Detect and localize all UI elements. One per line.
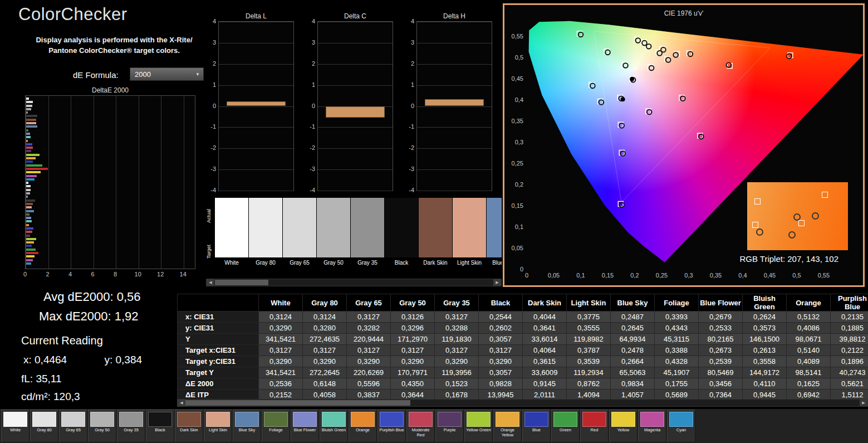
table-row: ΔE 20000,25360,61480,55960,43500,15230,9… xyxy=(178,378,868,390)
scroll-left-icon[interactable]: ◀ xyxy=(207,279,214,286)
description-line1: Display analysis is performed with the X… xyxy=(22,35,206,45)
table-row: x: CIE310,31240,31240,31270,31260,31270,… xyxy=(178,311,868,323)
table-cell: 0,1523 xyxy=(435,378,479,390)
table-cell: 0,3290 xyxy=(259,323,303,334)
swatch-label: Gray 50 xyxy=(317,257,350,270)
deltae-bar xyxy=(26,143,32,145)
patch-green[interactable]: Green xyxy=(551,410,580,442)
column-header: Dark Skin xyxy=(523,294,567,311)
delta-bar xyxy=(425,99,484,106)
inset-measured-marker xyxy=(793,213,801,221)
patch-label: Foliage xyxy=(262,427,290,433)
patch-purplish-blue[interactable]: Purplish Blue xyxy=(377,410,406,442)
gridline xyxy=(318,22,393,22)
patch-cyan[interactable]: Cyan xyxy=(667,410,695,442)
patch-purple[interactable]: Purple xyxy=(435,410,464,442)
patch-color xyxy=(148,412,172,427)
strip-swatch-black[interactable]: Black xyxy=(385,198,418,270)
de-formula-dropdown[interactable]: 2000 ▼ xyxy=(130,67,204,81)
patch-orange-yellow[interactable]: Orange Yellow xyxy=(493,410,522,442)
patch-color xyxy=(496,412,519,427)
deltae-bar xyxy=(26,203,33,205)
patch-color xyxy=(206,412,230,427)
strip-swatch-dark-skin[interactable]: Dark Skin xyxy=(419,198,452,270)
deltae-bar xyxy=(26,185,31,187)
strip-swatch-light-skin[interactable]: Light Skin xyxy=(453,198,486,270)
strip-swatch-blue-sky[interactable]: Blue Sky xyxy=(487,198,502,270)
table-cell: 0,3787 xyxy=(567,345,611,356)
scrollbar-thumb[interactable] xyxy=(185,400,410,406)
patch-light-skin[interactable]: Light Skin xyxy=(204,410,232,442)
deltae-bar xyxy=(26,245,32,247)
patch-blue-flower[interactable]: Blue Flower xyxy=(291,410,319,442)
table-cell: 0,3127 xyxy=(347,311,391,323)
table-cell: 0,2536 xyxy=(259,378,303,390)
patch-gray-65[interactable]: Gray 65 xyxy=(59,410,87,442)
table-cell: 0,4044 xyxy=(523,311,567,323)
patch-color xyxy=(380,412,404,427)
strip-swatch-gray-50[interactable]: Gray 50 xyxy=(317,198,350,270)
scrollbar-thumb[interactable] xyxy=(215,280,268,285)
strip-swatch-white[interactable]: White xyxy=(215,198,248,270)
deltae-bar xyxy=(26,199,35,202)
patch-red[interactable]: Red xyxy=(580,410,609,442)
column-header: Gray 80 xyxy=(303,294,347,311)
patch-blue[interactable]: Blue xyxy=(522,410,551,442)
patch-bluish-green[interactable]: Bluish Green xyxy=(320,410,348,442)
column-header: Blue Sky xyxy=(611,294,655,311)
table-cell: 45,1907 xyxy=(655,367,699,378)
gridline xyxy=(417,169,492,170)
table-row: Target y:CIE310,32900,32900,32900,32900,… xyxy=(178,356,868,367)
patch-moderate-red[interactable]: Moderate Red xyxy=(406,410,435,442)
table-cell: 0,3282 xyxy=(347,323,391,334)
patch-white[interactable]: White xyxy=(1,410,30,442)
swatch-strip-scrollbar[interactable]: ◀ ▶ xyxy=(206,279,502,286)
table-scrollbar[interactable]: ◀ ▶ xyxy=(177,399,868,407)
target-label: Target xyxy=(206,233,215,269)
x-tick-label: 0,4 xyxy=(738,272,747,279)
patch-label: Black xyxy=(146,427,174,433)
deltae-bar xyxy=(26,119,36,121)
patch-dark-skin[interactable]: Dark Skin xyxy=(175,410,203,442)
patch-color xyxy=(553,412,577,427)
delta-h-title: Delta H xyxy=(416,12,492,20)
gridline xyxy=(318,64,393,65)
deltae-bar xyxy=(26,136,31,138)
scroll-right-icon[interactable]: ▶ xyxy=(860,400,867,406)
patch-gray-80[interactable]: Gray 80 xyxy=(30,410,58,442)
deltae-bar xyxy=(26,252,38,254)
patch-color xyxy=(438,412,462,427)
patch-label: White xyxy=(2,427,29,433)
swatch-color xyxy=(317,198,350,257)
y-tick-label: -3 xyxy=(303,165,315,172)
table-cell: 0,4089 xyxy=(787,356,831,367)
patch-yellow[interactable]: Yellow xyxy=(609,410,637,442)
patch-black[interactable]: Black xyxy=(146,410,174,442)
swatch-color xyxy=(351,198,384,257)
patch-gray-50[interactable]: Gray 50 xyxy=(88,410,116,442)
scroll-left-icon[interactable]: ◀ xyxy=(178,400,185,406)
table-cell: 0,2152 xyxy=(259,390,303,400)
patch-foliage[interactable]: Foliage xyxy=(262,410,290,442)
strip-swatch-gray-80[interactable]: Gray 80 xyxy=(249,198,282,270)
table-cell: 341,5421 xyxy=(259,367,303,378)
y-tick-label: 1 xyxy=(204,81,216,88)
table-row: y: CIE310,32900,32800,32820,32960,32880,… xyxy=(178,323,868,334)
patch-blue-sky[interactable]: Blue Sky xyxy=(233,410,261,442)
table-cell: 0,3296 xyxy=(391,323,435,334)
column-header: Orange xyxy=(787,294,831,311)
patch-orange[interactable]: Orange xyxy=(349,410,377,442)
deltae-bar xyxy=(26,255,35,257)
scroll-right-icon[interactable]: ▶ xyxy=(493,279,501,286)
table-cell: 33,6009 xyxy=(523,367,567,378)
column-header: Foliage xyxy=(655,294,699,311)
current-cdm2: cd/m²: 120,3 xyxy=(21,391,80,403)
column-header: Light Skin xyxy=(567,294,611,311)
table-cell: 0,3124 xyxy=(259,311,303,323)
strip-swatch-gray-35[interactable]: Gray 35 xyxy=(351,198,384,270)
strip-swatch-gray-65[interactable]: Gray 65 xyxy=(283,198,316,270)
patch-yellow-green[interactable]: Yellow Green xyxy=(464,410,493,442)
patch-magenta[interactable]: Magenta xyxy=(638,410,666,442)
patch-gray-35[interactable]: Gray 35 xyxy=(117,410,145,442)
gridline xyxy=(417,85,492,86)
